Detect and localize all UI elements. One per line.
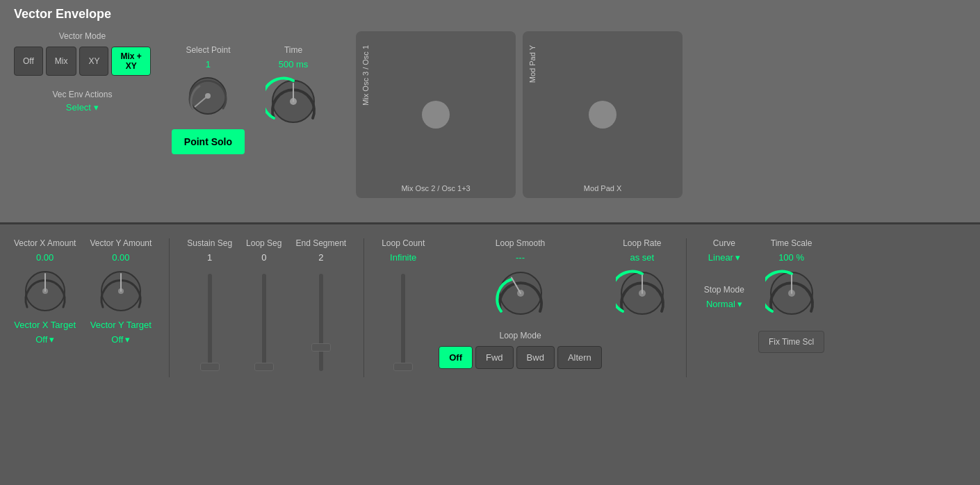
loop-count-label: Loop Count [382,238,425,248]
sustain-seg-slider-track [208,274,212,371]
loop-btn-altern[interactable]: Altern [557,346,602,369]
mode-btn-xy[interactable]: XY [79,47,108,76]
end-segment-slider-thumb[interactable] [311,343,331,352]
fix-time-scl-button[interactable]: Fix Time Scl [758,331,824,353]
loop-mode-section: Loop Mode Off Fwd Bwd Altern [439,331,602,369]
time-section: Time 500 ms [266,45,321,129]
vector-x-target-label: Vector X Target [14,320,76,330]
stop-mode-value-dropdown[interactable]: Normal ▾ [706,299,742,309]
divider-3 [686,238,687,377]
loop-btn-bwd[interactable]: Bwd [516,346,555,369]
xy-pad1-vertical-label: Mix Osc 3 / Osc 1 [361,45,370,106]
end-segment-label: End Segment [295,238,346,248]
loop-seg-slider-track [262,274,266,371]
time-label: Time [284,45,302,55]
vector-x-target-dropdown[interactable]: Vector X Target [14,320,76,330]
select-point-knob[interactable] [186,74,230,118]
vector-y-target-value: Off [111,334,123,345]
vector-y-target-value-dropdown[interactable]: Off ▾ [111,334,130,345]
loop-btn-fwd[interactable]: Fwd [475,346,514,369]
sustain-seg-slider-thumb[interactable] [200,363,220,371]
xy-pads-container: Mix Osc 3 / Osc 1 Mix Osc 2 / Osc 1+3 Mo… [356,31,683,198]
mode-btn-off[interactable]: Off [14,47,43,76]
loop-smooth-group: Loop Smooth --- Loop Mode Off Fwd Bwd [439,238,602,369]
curve-stopmode-group: Curve Linear ▾ Stop Mode Normal ▾ [704,238,744,309]
vector-y-amount-value: 0.00 [112,252,129,263]
top-panel: Vector Envelope Vector Mode Off Mix XY M… [0,0,980,222]
curve-label: Curve [713,238,735,248]
loop-seg-slider-thumb[interactable] [254,363,274,371]
curve-chevron-icon: ▾ [735,252,740,263]
loop-count-value: Infinite [390,252,416,263]
vector-y-amount-group: Vector Y Amount 0.00 Vector Y Target Off… [90,238,152,345]
vector-mode-label: Vector Mode [59,31,106,41]
loop-count-slider-track [401,274,405,371]
select-point-section: Select Point 1 Point Solo [172,45,245,154]
loop-mode-label: Loop Mode [500,331,541,340]
divider-1 [169,238,170,377]
xy-pad-mod-pad[interactable]: Mod Pad Y Mod Pad X [523,31,683,198]
loop-count-group: Loop Count Infinite [382,238,425,377]
vector-x-amount-label: Vector X Amount [14,238,76,248]
stop-mode-label: Stop Mode [704,285,744,295]
select-point-value: 1 [206,59,211,69]
time-scale-knob[interactable] [765,267,818,320]
loop-seg-group: Loop Seg 0 [246,238,281,377]
end-segment-group: End Segment 2 [295,238,346,377]
sustain-seg-value: 1 [207,252,212,263]
bottom-panel: Vector X Amount 0.00 Vector X Target Off… [0,224,980,485]
loop-smooth-label: Loop Smooth [496,238,545,248]
sustain-seg-group: Sustain Seg 1 [187,238,232,377]
vector-x-target-value-dropdown[interactable]: Off ▾ [35,334,54,345]
xy-pad2-vertical-label: Mod Pad Y [528,45,537,83]
mode-btn-mix-xy[interactable]: Mix +XY [111,47,150,76]
select-point-label: Select Point [186,45,230,55]
mode-btn-mix[interactable]: Mix [46,47,77,76]
loop-rate-value: as set [630,252,655,263]
point-solo-button[interactable]: Point Solo [172,129,245,154]
loop-seg-label: Loop Seg [246,238,281,248]
vec-env-actions-label: Vec Env Actions [52,90,112,99]
vector-y-amount-label: Vector Y Amount [90,238,152,248]
loop-rate-label: Loop Rate [623,238,661,248]
xy-pad1-dot [422,101,450,129]
curve-value-dropdown[interactable]: Linear ▾ [708,252,740,263]
curve-value: Linear [708,252,733,263]
divider-2 [364,238,364,377]
vec-env-actions-dropdown[interactable]: Select ▾ [66,102,99,113]
end-segment-slider-track [319,274,323,371]
vector-y-target-label: Vector Y Target [90,320,152,330]
time-scale-label: Time Scale [771,238,812,248]
vector-x-amount-knob[interactable] [21,267,70,315]
svg-point-1 [205,93,211,99]
time-scale-group: Time Scale 100 % Fix Time Scl [758,238,824,353]
loop-btn-off[interactable]: Off [439,346,473,369]
stop-mode-value: Normal [706,299,735,309]
time-value: 500 ms [279,59,309,69]
vec-env-actions-chevron-icon: ▾ [94,102,99,113]
sustain-seg-label: Sustain Seg [187,238,232,248]
time-knob[interactable] [266,74,321,129]
vector-x-target-chevron-icon: ▾ [49,334,54,345]
xy-pad2-dot [589,101,616,129]
loop-smooth-value: --- [516,252,525,263]
time-scale-value: 100 % [778,252,804,263]
vector-y-target-chevron-icon: ▾ [125,334,130,345]
vector-mode-section: Vector Mode Off Mix XY Mix +XY Vec Env A… [14,31,151,113]
loop-count-slider-thumb[interactable] [393,363,413,371]
vector-y-target-dropdown[interactable]: Vector Y Target [90,320,152,330]
vector-x-amount-value: 0.00 [36,252,54,263]
xy-pad-mix-osc[interactable]: Mix Osc 3 / Osc 1 Mix Osc 2 / Osc 1+3 [356,31,516,198]
vector-x-target-value: Off [35,334,47,345]
vector-x-amount-group: Vector X Amount 0.00 Vector X Target Off… [14,238,76,345]
stop-mode-chevron-icon: ▾ [737,299,742,309]
loop-smooth-knob[interactable] [494,267,547,320]
xy-pad1-bottom-label: Mix Osc 2 / Osc 1+3 [401,184,470,192]
loop-rate-group: Loop Rate as set [616,238,669,320]
vector-mode-button-group: Off Mix XY Mix +XY [14,47,151,76]
vector-y-amount-knob[interactable] [97,267,145,315]
end-segment-value: 2 [318,252,323,263]
loop-seg-value: 0 [261,252,266,263]
vec-env-actions-section: Vec Env Actions Select ▾ [52,90,112,113]
loop-rate-knob[interactable] [616,267,669,320]
